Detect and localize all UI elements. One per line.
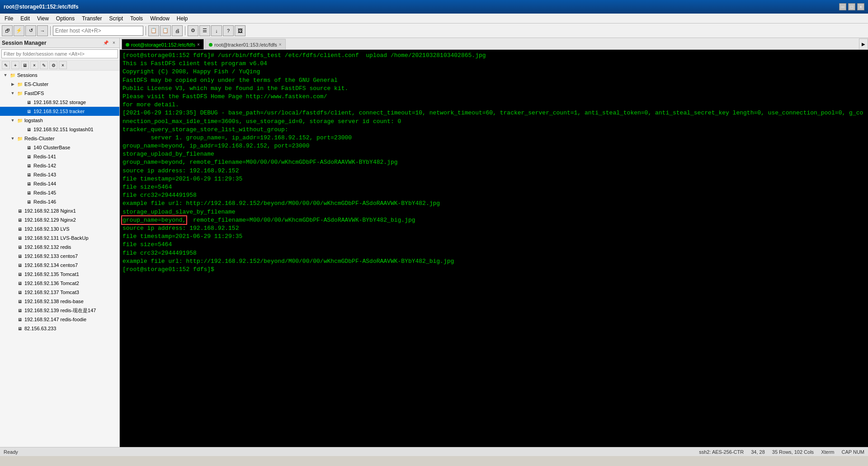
tree-redis132[interactable]: ▶ 🖥 192.168.92.132 redis bbox=[0, 243, 119, 252]
cursor-pos: 34, 28 bbox=[751, 449, 765, 455]
menu-script[interactable]: Script bbox=[106, 14, 126, 23]
tree-lvs[interactable]: ▶ 🖥 192.168.92.130 LVS bbox=[0, 224, 119, 233]
tree-logstash01[interactable]: ▶ 🖥 192.168.92.151 logstash01 bbox=[0, 125, 119, 134]
tree-redis-141[interactable]: ▶ 🖥 Redis-141 bbox=[0, 152, 119, 161]
tree-btn-4[interactable]: × bbox=[30, 61, 38, 69]
toolbar-help[interactable]: ? bbox=[223, 25, 234, 36]
tree-btn-7[interactable]: × bbox=[59, 61, 67, 69]
tree-lvs-backup[interactable]: ▶ 🖥 192.168.92.131 LVS-BackUp bbox=[0, 233, 119, 243]
tree-btn-2[interactable]: + bbox=[11, 61, 19, 69]
tree-fastdfs[interactable]: ▼ 📁 FastDFS bbox=[0, 89, 119, 98]
tree-btn-3[interactable]: 🖥 bbox=[21, 61, 29, 69]
toolbar-settings[interactable]: ⚙ bbox=[188, 25, 198, 36]
tree-nginx1[interactable]: ▶ 🖥 192.168.92.128 Nginx1 bbox=[0, 206, 119, 215]
tree-tomcat3[interactable]: ▶ 🖥 192.168.92.137 Tomcat3 bbox=[0, 288, 119, 297]
tab-tracker01[interactable]: root@tracker01:153:/etc/fdfs × bbox=[205, 39, 286, 50]
main-container: Session Manager 📌 × ✎ + 🖥 × ✎ ⚙ × ▼ 📁 Se… bbox=[0, 38, 868, 447]
redis-base-icon: 🖥 bbox=[16, 298, 24, 305]
menu-options[interactable]: Options bbox=[53, 14, 77, 23]
terminal-line-13: tracker_query_storage_store_list_without… bbox=[123, 126, 865, 134]
session-manager-header: Session Manager 📌 × bbox=[0, 38, 119, 48]
tree-centos7-133[interactable]: ▶ 🖥 192.168.92.133 centos7 bbox=[0, 252, 119, 261]
tracker-session-icon: 🖥 bbox=[25, 108, 33, 115]
tree-redis-146[interactable]: ▶ 🖥 Redis-146 bbox=[0, 197, 119, 206]
panel-close-icon[interactable]: × bbox=[110, 39, 118, 47]
tree-ip-82[interactable]: ▶ 🖥 82.156.63.233 bbox=[0, 324, 119, 333]
es-cluster-expand-icon: ▶ bbox=[9, 81, 16, 88]
panel-pin-icon[interactable]: 📌 bbox=[102, 39, 109, 47]
tab2-close-button[interactable]: × bbox=[279, 42, 282, 47]
tab-overflow-button[interactable]: ▶ bbox=[859, 38, 868, 49]
redis142-label: Redis-142 bbox=[33, 163, 56, 168]
sessions-expand-icon: ▼ bbox=[2, 71, 9, 79]
host-input[interactable] bbox=[53, 26, 143, 36]
menu-edit[interactable]: Edit bbox=[18, 14, 33, 23]
toolbar-menu[interactable]: ☰ bbox=[199, 25, 210, 36]
terminal-area[interactable]: [root@storage01:152 fdfs]# /usr/bin/fdfs… bbox=[120, 50, 868, 447]
status-ready: Ready bbox=[4, 449, 18, 455]
centos134-label: 192.168.92.134 centos7 bbox=[24, 262, 78, 268]
menu-window[interactable]: Window bbox=[147, 14, 172, 23]
terminal-line-21: file size=5464 bbox=[123, 183, 865, 191]
menu-help[interactable]: Help bbox=[174, 14, 191, 23]
tree-redis-cluster[interactable]: ▼ 📁 Redis-Cluster bbox=[0, 134, 119, 143]
tree-redis-142[interactable]: ▶ 🖥 Redis-142 bbox=[0, 161, 119, 170]
tree-centos7-134[interactable]: ▶ 🖥 192.168.92.134 centos7 bbox=[0, 261, 119, 270]
toolbar-download[interactable]: ↓ bbox=[211, 25, 222, 36]
sep3 bbox=[185, 26, 185, 35]
tab1-close-button[interactable]: × bbox=[197, 42, 200, 47]
nginx1-label: 192.168.92.128 Nginx1 bbox=[24, 208, 76, 214]
toolbar-paste[interactable]: 📋 bbox=[160, 25, 171, 36]
dimensions: 35 Rows, 102 Cols bbox=[772, 449, 814, 455]
sessions-root[interactable]: ▼ 📁 Sessions bbox=[0, 71, 119, 80]
terminal-line-22: file crc32=2944491958 bbox=[123, 191, 865, 200]
menu-transfer[interactable]: Transfer bbox=[79, 14, 104, 23]
tree-redis-145[interactable]: ▶ 🖥 Redis-145 bbox=[0, 188, 119, 197]
tree-btn-5[interactable]: ✎ bbox=[40, 61, 48, 69]
tree-clusterbase[interactable]: ▶ 🖥 140 ClusterBase bbox=[0, 143, 119, 152]
toolbar-new-session[interactable]: 🗗 bbox=[2, 25, 13, 36]
menu-file[interactable]: File bbox=[2, 14, 16, 23]
tree-fastdfs-storage[interactable]: ▶ 🖥 192.168.92.152 storage bbox=[0, 98, 119, 107]
menu-view[interactable]: View bbox=[34, 14, 52, 23]
tree-redis-144[interactable]: ▶ 🖥 Redis-144 bbox=[0, 179, 119, 188]
toolbar-connect[interactable]: ⚡ bbox=[14, 25, 24, 36]
toolbar-disconnect[interactable]: ↺ bbox=[25, 25, 36, 36]
session-manager-title: Session Manager bbox=[2, 40, 47, 46]
minimize-button[interactable]: ─ bbox=[839, 3, 846, 10]
menu-tools[interactable]: Tools bbox=[127, 14, 146, 23]
tree-nginx2[interactable]: ▶ 🖥 192.168.92.129 Nginx2 bbox=[0, 215, 119, 224]
terminal-line-30: example file url: http://192.168.92.152/… bbox=[123, 257, 865, 266]
tree-redis-base[interactable]: ▶ 🖥 192.168.92.138 redis-base bbox=[0, 297, 119, 306]
tree-fastdfs-tracker[interactable]: ▶ 🖥 192.168.92.153 tracker bbox=[0, 107, 119, 116]
tree-redis-foodie[interactable]: ▶ 🖥 192.168.92.147 redis-foodie bbox=[0, 315, 119, 324]
close-button[interactable]: × bbox=[857, 3, 864, 10]
lvs-backup-label: 192.168.92.131 LVS-BackUp bbox=[24, 235, 89, 241]
tree-es-cluster[interactable]: ▶ 📁 ES-Cluster bbox=[0, 80, 119, 89]
tree-tomcat2[interactable]: ▶ 🖥 192.168.92.136 Tomcat2 bbox=[0, 279, 119, 288]
window-title: root@storage01:152:/etc/fdfs bbox=[4, 4, 79, 10]
tree-logstash[interactable]: ▼ 📁 logstash bbox=[0, 116, 119, 125]
tree-btn-6[interactable]: ⚙ bbox=[49, 61, 57, 69]
terminal-line-14: server 1. group_name=, ip_addr=192.168.9… bbox=[123, 134, 865, 142]
toolbar-copy[interactable]: 📋 bbox=[148, 25, 159, 36]
maximize-button[interactable]: □ bbox=[848, 3, 855, 10]
status-bar: Ready ssh2: AES-256-CTR 34, 28 35 Rows, … bbox=[0, 447, 868, 456]
tree-btn-1[interactable]: ✎ bbox=[2, 61, 10, 69]
panel-header-icons[interactable]: 📌 × bbox=[102, 39, 118, 47]
terminal-line-29: file crc32=2944491958 bbox=[123, 249, 865, 257]
window-controls[interactable]: ─ □ × bbox=[839, 3, 864, 10]
redis-147-icon: 🖥 bbox=[16, 307, 24, 314]
filter-bar bbox=[0, 48, 119, 60]
tree-toolbar: ✎ + 🖥 × ✎ ⚙ × bbox=[0, 60, 119, 71]
tree-tomcat1[interactable]: ▶ 🖥 192.168.92.135 Tomcat1 bbox=[0, 270, 119, 279]
centos133-icon: 🖥 bbox=[16, 252, 24, 260]
toolbar-image[interactable]: 🖼 bbox=[235, 25, 245, 36]
toolbar-print[interactable]: 🖨 bbox=[172, 25, 183, 36]
toolbar-reconnect[interactable]: → bbox=[37, 25, 48, 36]
filter-input[interactable] bbox=[1, 49, 118, 58]
tree-redis-147[interactable]: ▶ 🖥 192.168.92.139 redis-现在是147 bbox=[0, 306, 119, 315]
tree-redis-143[interactable]: ▶ 🖥 Redis-143 bbox=[0, 170, 119, 179]
logstash-label: logstash bbox=[24, 118, 43, 123]
tab-storage01[interactable]: root@storage01:152:/etc/fdfs × bbox=[122, 39, 204, 50]
